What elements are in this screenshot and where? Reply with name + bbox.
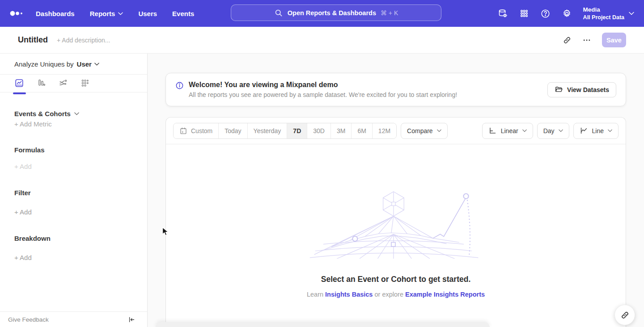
interval-label: Day (543, 127, 555, 134)
global-search[interactable]: Open Reports & Dashboards ⌘ + K (231, 4, 441, 21)
compare-label: Compare (407, 127, 433, 134)
chart-type-dropdown[interactable]: Line (573, 123, 619, 139)
range-3m[interactable]: 3M (331, 123, 352, 138)
range-custom-label: Custom (191, 127, 212, 134)
nav-dashboards-label: Dashboards (36, 10, 75, 17)
analyze-row: Analyze Uniques by User (0, 54, 147, 75)
interval-dropdown[interactable]: Day (537, 123, 569, 139)
learn-prefix: Learn (307, 291, 323, 298)
range-12m[interactable]: 12M (373, 123, 396, 138)
main-content: Welcome! You are viewing a Mixpanel demo… (148, 54, 644, 327)
view-datasets-button[interactable]: View Datasets (547, 82, 616, 97)
add-metric-button[interactable]: + Add Metric (14, 120, 52, 128)
project-switcher[interactable]: Media All Project Data (583, 6, 634, 21)
more-ellipsis-icon[interactable] (582, 36, 591, 45)
tab-insights-chart[interactable] (14, 76, 24, 91)
nav-reports[interactable]: Reports (90, 10, 123, 17)
tab-retention-grid[interactable] (80, 76, 90, 91)
nav-right: Media All Project Data (498, 0, 634, 27)
top-nav: Dashboards Reports Users Events Open Rep… (0, 0, 644, 27)
add-metric-label: + Add Metric (14, 120, 52, 128)
report-header: Untitled + Add description... Save (0, 27, 644, 54)
help-icon[interactable] (540, 8, 551, 19)
chevron-down-icon (559, 129, 563, 132)
copy-link-icon[interactable] (563, 36, 572, 45)
middle-text: or explore (374, 291, 403, 298)
add-formula-button[interactable]: + Add (14, 163, 32, 170)
banner-message: All the reports you see are powered by a… (189, 91, 457, 98)
nav-events-label: Events (172, 10, 194, 17)
chart-card: Custom Today Yesterday 7D 30D 3M 6M 12M … (165, 117, 626, 327)
data-management-icon[interactable] (498, 8, 508, 19)
chevron-down-icon (437, 129, 441, 132)
banner-title: Welcome! You are viewing a Mixpanel demo (189, 81, 457, 89)
add-filter-button[interactable]: + Add (14, 208, 32, 216)
add-breakdown-label: + Add (14, 254, 32, 261)
events-cohorts-header[interactable]: Events & Cohorts (14, 110, 79, 117)
apps-grid-icon[interactable] (519, 8, 529, 18)
give-feedback-link[interactable]: Give Feedback (8, 316, 49, 323)
visualization-tabs (0, 75, 147, 92)
range-6m[interactable]: 6M (352, 123, 372, 138)
analyze-prefix: Analyze Uniques by (14, 60, 74, 68)
chart-type-label: Line (592, 127, 604, 134)
primary-nav: Dashboards Reports Users Events (36, 0, 194, 27)
chevron-down-icon (608, 129, 612, 132)
folder-icon (555, 85, 563, 94)
range-custom[interactable]: Custom (174, 123, 219, 138)
chevron-down-icon (629, 12, 634, 15)
add-breakdown-button[interactable]: + Add (14, 254, 32, 261)
save-button[interactable]: Save (602, 33, 626, 47)
tab-bar-chart[interactable] (36, 76, 46, 91)
formulas-section-title: Formulas (14, 146, 45, 154)
share-link-floating-button[interactable] (614, 305, 635, 325)
bottom-panel-peek[interactable] (156, 322, 490, 327)
collapse-sidebar-icon[interactable] (127, 316, 135, 323)
empty-state-links: Learn Insights Basics or explore Example… (166, 291, 626, 298)
add-filter-label: + Add (14, 208, 32, 216)
nav-dashboards[interactable]: Dashboards (36, 10, 75, 17)
empty-state-title: Select an Event or Cohort to get started… (166, 275, 626, 284)
tab-flows[interactable] (58, 76, 68, 91)
example-reports-link[interactable]: Example Insights Reports (405, 291, 485, 298)
line-chart-icon (580, 126, 588, 135)
insights-basics-link[interactable]: Insights Basics (325, 291, 373, 298)
analyze-entity-value: User (77, 60, 92, 68)
project-scope: All Project Data (583, 14, 624, 21)
nav-reports-label: Reports (90, 10, 115, 17)
report-description-placeholder[interactable]: + Add description... (57, 37, 110, 44)
scale-dropdown[interactable]: Linear (482, 123, 533, 139)
range-7d[interactable]: 7D (287, 123, 307, 138)
search-placeholder: Open Reports & Dashboards (288, 9, 376, 17)
nav-users-label: Users (138, 10, 157, 17)
nav-users[interactable]: Users (138, 10, 157, 17)
nav-events[interactable]: Events (172, 10, 194, 17)
search-icon (274, 8, 283, 17)
scale-label: Linear (501, 127, 518, 134)
analyze-entity-dropdown[interactable]: User (77, 60, 99, 68)
search-shortcut: ⌘ + K (381, 9, 398, 17)
empty-state-illustration (310, 191, 482, 259)
range-30d[interactable]: 30D (307, 123, 331, 138)
project-name: Media (583, 6, 624, 14)
info-icon (175, 81, 184, 90)
range-yesterday[interactable]: Yesterday (248, 123, 288, 138)
calendar-icon (179, 127, 187, 135)
breakdown-section-title: Breakdown (14, 235, 51, 242)
report-title[interactable]: Untitled (18, 35, 48, 45)
mixpanel-logo-icon[interactable] (10, 10, 24, 17)
view-datasets-label: View Datasets (567, 86, 609, 93)
range-today[interactable]: Today (219, 123, 247, 138)
query-sidebar: Analyze Uniques by User (0, 54, 148, 327)
filter-section-title: Filter (14, 189, 31, 197)
compare-dropdown[interactable]: Compare (401, 123, 448, 139)
chevron-down-icon (522, 129, 527, 132)
date-range-control: Custom Today Yesterday 7D 30D 3M 6M 12M (173, 123, 397, 139)
sidebar-footer: Give Feedback (0, 311, 147, 327)
demo-banner: Welcome! You are viewing a Mixpanel demo… (165, 73, 626, 106)
linear-axis-icon (488, 126, 497, 135)
add-formula-label: + Add (14, 163, 32, 170)
chart-toolbar: Custom Today Yesterday 7D 30D 3M 6M 12M … (166, 117, 626, 144)
settings-gear-icon[interactable] (562, 8, 572, 19)
events-cohorts-label: Events & Cohorts (14, 110, 71, 117)
